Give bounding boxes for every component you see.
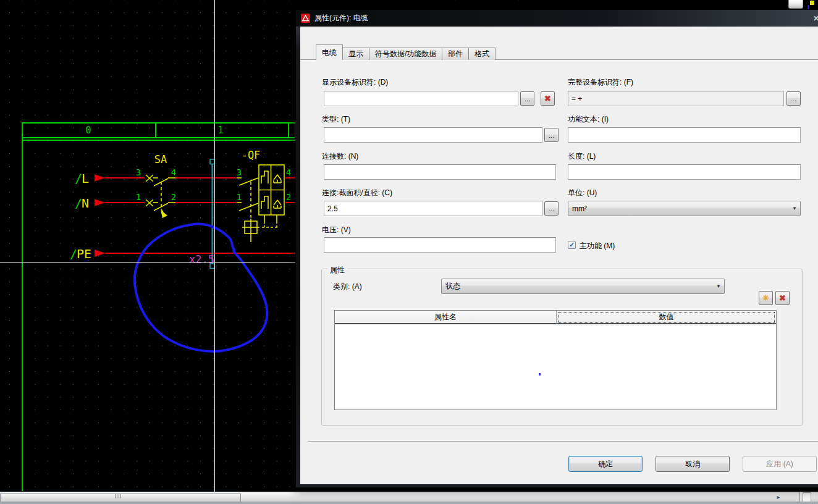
- main-function-checkbox[interactable]: ✓: [568, 241, 576, 249]
- eplan-icon: [301, 14, 310, 23]
- chevron-down-icon: ▼: [716, 284, 721, 289]
- dialog-titlebar[interactable]: 属性(元件): 电缆 ✕: [296, 10, 818, 27]
- length-input[interactable]: [568, 164, 801, 180]
- svg-text:4: 4: [286, 167, 291, 177]
- scrollbar-corner-fragment: [803, 492, 811, 502]
- length-label: 长度: (L): [568, 151, 596, 162]
- horizontal-scrollbar[interactable]: ▸: [0, 492, 818, 502]
- full-devicetag-browse-button[interactable]: ...: [786, 91, 801, 106]
- ellipsis-icon: ...: [549, 205, 554, 212]
- ellipsis-icon: ...: [791, 95, 796, 103]
- sa-label: SA: [154, 153, 167, 166]
- connection-count-label: 连接数: (N): [322, 151, 358, 162]
- category-label: 类别: (A): [333, 282, 362, 292]
- ellipsis-icon: ...: [549, 132, 554, 139]
- window-control-fragment: [788, 0, 803, 9]
- tab-format[interactable]: 格式: [469, 48, 495, 60]
- voltage-label: 电压: (V): [322, 225, 351, 235]
- wire-label-l: L: [82, 171, 89, 186]
- full-devicetag-input[interactable]: [568, 91, 784, 106]
- svg-text:2: 2: [171, 192, 176, 202]
- svg-text:2: 2: [286, 192, 291, 202]
- tab-strip: 电缆 显示 符号数据/功能数据 部件 格式: [316, 45, 495, 60]
- svg-text:3: 3: [136, 167, 141, 177]
- ruler-col-0: 0: [85, 125, 91, 136]
- function-text-label: 功能文本: (I): [568, 114, 609, 125]
- dialog-title: 属性(元件): 电缆: [314, 13, 368, 23]
- cross-section-label: 连接:截面积/直径: (C): [322, 188, 392, 198]
- properties-table: 属性名 数值: [334, 310, 777, 410]
- cursor-artifact: [539, 373, 541, 376]
- cancel-button[interactable]: 取消: [656, 456, 730, 472]
- cable-cross-section-text: x2.5: [189, 253, 214, 266]
- type-label: 类型: (T): [322, 114, 350, 125]
- properties-dialog: 属性(元件): 电缆 ✕ 电缆 显示 符号数据/功能数据 部件 格式 显示设备标…: [295, 9, 818, 488]
- delete-x-icon: ✖: [544, 94, 551, 103]
- svg-text:1: 1: [136, 192, 141, 202]
- cable-handle-top: [210, 159, 215, 164]
- window-bottom-edge: [0, 502, 818, 504]
- display-devicetag-input[interactable]: [324, 91, 518, 106]
- main-function-label: 主功能 (M): [580, 241, 615, 251]
- scrollbar-divider: [799, 492, 800, 502]
- dialog-client-area: 电缆 显示 符号数据/功能数据 部件 格式 显示设备标识符: (D) ... ✖…: [300, 27, 818, 484]
- unit-value: mm²: [572, 204, 587, 213]
- type-input[interactable]: [324, 127, 542, 143]
- ellipsis-icon: ...: [525, 95, 530, 103]
- application-window: 0 1 / L / N / PE: [0, 0, 818, 504]
- svg-text:1: 1: [237, 192, 242, 202]
- type-browse-button[interactable]: ...: [544, 128, 559, 142]
- svg-text:4: 4: [171, 167, 176, 177]
- delete-property-button[interactable]: ✖: [775, 291, 790, 305]
- category-combobox[interactable]: 状态 ▼: [441, 279, 725, 294]
- wire-label-pe: PE: [77, 246, 91, 261]
- voltage-input[interactable]: [324, 237, 556, 253]
- svg-text:3: 3: [237, 167, 242, 177]
- tab-display[interactable]: 显示: [343, 48, 369, 60]
- properties-group-title: 属性: [327, 265, 347, 275]
- category-value: 状态: [445, 281, 460, 292]
- function-text-input[interactable]: [568, 127, 801, 143]
- display-devicetag-delete-button[interactable]: ✖: [541, 91, 555, 106]
- delete-x-icon: ✖: [779, 293, 786, 303]
- apply-button[interactable]: 应用 (A): [743, 456, 817, 472]
- tab-cable[interactable]: 电缆: [316, 44, 343, 60]
- unit-combobox[interactable]: mm² ▼: [568, 201, 801, 216]
- new-star-icon: ✳: [762, 293, 769, 303]
- new-property-button[interactable]: ✳: [759, 291, 773, 305]
- column-header-value[interactable]: 数值: [557, 311, 776, 324]
- cross-section-browse-button[interactable]: ...: [544, 201, 559, 216]
- chevron-down-icon: ▼: [792, 206, 797, 211]
- scrollbar-grip: [115, 494, 121, 498]
- full-devicetag-label: 完整设备标识符: (F): [568, 77, 633, 88]
- connection-count-input[interactable]: [324, 164, 556, 180]
- ruler-col-1: 1: [217, 125, 223, 136]
- display-devicetag-label: 显示设备标识符: (D): [322, 77, 388, 88]
- ok-button[interactable]: 确定: [568, 456, 643, 472]
- check-icon: ✓: [569, 242, 575, 248]
- button-separator-line: [308, 441, 818, 442]
- tab-parts[interactable]: 部件: [442, 48, 469, 60]
- close-button[interactable]: ✕: [810, 13, 818, 23]
- tab-symbol-function-data[interactable]: 符号数据/功能数据: [369, 48, 442, 60]
- scroll-right-arrow-icon[interactable]: ▸: [774, 492, 783, 502]
- display-devicetag-browse-button[interactable]: ...: [520, 91, 534, 106]
- column-header-property-name[interactable]: 属性名: [335, 311, 557, 324]
- qf-label: -QF: [242, 149, 261, 161]
- wire-label-n: N: [82, 196, 89, 211]
- unit-label: 单位: (U): [568, 188, 597, 198]
- cross-section-input[interactable]: [324, 201, 542, 216]
